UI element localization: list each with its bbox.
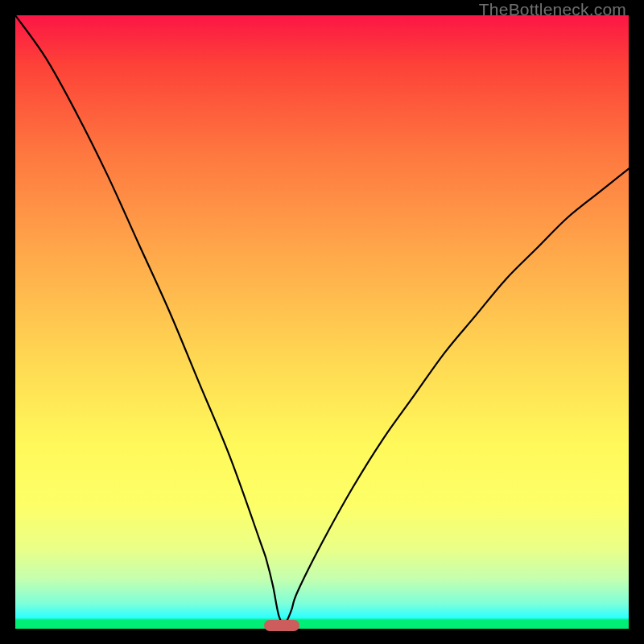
watermark-text: TheBottleneck.com — [479, 0, 626, 19]
bottleneck-curve — [15, 15, 629, 629]
optimum-marker — [264, 620, 299, 631]
chart-frame — [15, 15, 629, 629]
